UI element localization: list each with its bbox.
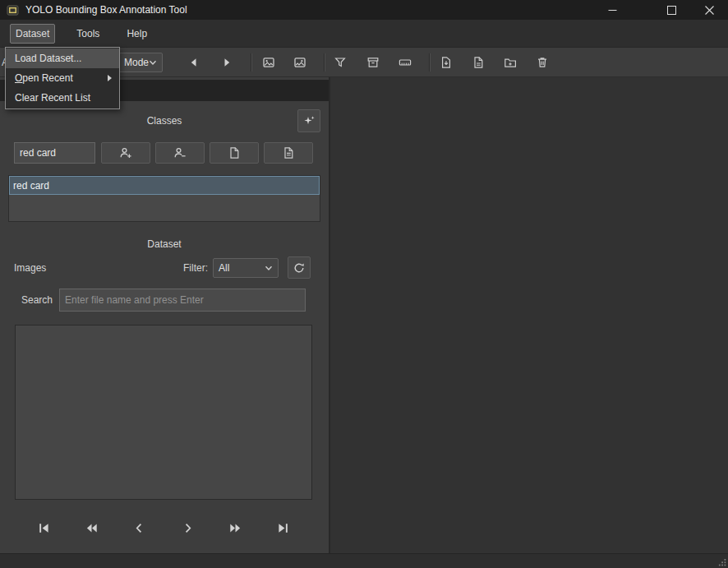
nav-fast-prev-icon (85, 521, 99, 535)
app-window: { "window": { "title": "YOLO Bounding Bo… (0, 0, 728, 568)
class-item-label: red card (13, 180, 49, 192)
window-title: YOLO Bounding Box Annotation Tool (25, 4, 187, 16)
mode-combobox-value: Mode (124, 57, 149, 68)
close-icon (705, 6, 714, 15)
statusbar (0, 553, 728, 568)
minimize-button[interactable] (593, 0, 631, 20)
page-lines-icon (282, 146, 295, 159)
menu-item-label: Clear Recent List (15, 92, 90, 104)
image-tool-button-2[interactable] (290, 53, 310, 72)
fast-next-button[interactable] (223, 515, 248, 540)
filter-tool-button[interactable] (330, 53, 350, 72)
annotation-canvas[interactable] (330, 77, 728, 553)
menu-item-clear-recent[interactable]: Clear Recent List (6, 88, 119, 108)
delete-button[interactable] (532, 53, 552, 72)
refresh-icon (293, 261, 306, 275)
filter-combobox[interactable]: All (213, 258, 279, 278)
menu-help[interactable]: Help (121, 24, 153, 44)
filter-combobox-value: All (219, 262, 229, 274)
class-list-item[interactable]: red card (9, 176, 320, 195)
combo-chevron-icon (265, 264, 273, 272)
menu-item-open-recent[interactable]: Open Recent (6, 68, 119, 88)
image-nav-row (0, 515, 329, 540)
menu-tools[interactable]: Tools (71, 24, 105, 44)
file-import-icon (440, 56, 453, 69)
image-icon (262, 56, 275, 69)
image-list[interactable] (15, 325, 312, 500)
search-label: Search (21, 294, 53, 306)
resize-grip-icon[interactable] (718, 558, 726, 566)
minimize-icon (608, 6, 617, 15)
filter-label: Filter: (183, 262, 208, 274)
trash-icon (536, 56, 549, 69)
open-folder-button[interactable] (500, 53, 520, 72)
filter-row: Images Filter: All (0, 256, 329, 279)
ruler-icon (399, 56, 412, 69)
maximize-button[interactable] (652, 0, 690, 20)
next-button[interactable] (175, 515, 200, 540)
prev-image-button[interactable] (184, 53, 204, 72)
search-input[interactable] (59, 289, 306, 312)
toolbar-separator (251, 53, 251, 72)
maximize-icon (667, 6, 676, 15)
file-icon (472, 56, 485, 69)
images-label: Images (14, 262, 46, 274)
menu-dataset[interactable]: Dataset (10, 24, 55, 44)
save-classes-button[interactable] (264, 142, 313, 164)
close-button[interactable] (690, 0, 728, 20)
load-classes-button[interactable] (210, 142, 259, 164)
nav-prev-icon (132, 521, 146, 535)
person-remove-icon (173, 146, 187, 159)
nav-fast-next-icon (228, 521, 242, 535)
next-arrow-icon (220, 56, 233, 69)
import-file-button[interactable] (436, 53, 456, 72)
classes-title: Classes (147, 115, 182, 127)
nav-next-icon (181, 521, 195, 535)
classes-header: Classes (0, 109, 329, 132)
funnel-icon (334, 56, 347, 69)
last-image-button[interactable] (271, 515, 296, 540)
app-icon (7, 4, 19, 16)
combo-chevron-icon (149, 58, 157, 67)
titlebar: YOLO Bounding Box Annotation Tool (0, 0, 728, 20)
ruler-tool-button[interactable] (395, 53, 415, 72)
file-button[interactable] (468, 53, 488, 72)
prev-arrow-icon (187, 56, 200, 69)
folder-add-icon (504, 56, 517, 69)
person-add-icon (119, 146, 132, 159)
auto-class-button[interactable] (297, 109, 320, 132)
menubar: Dataset Tools Help (0, 20, 728, 47)
mode-combobox[interactable]: Mode (118, 53, 163, 72)
toolbar-separator (324, 53, 325, 72)
search-row: Search (0, 289, 329, 312)
image-icon (293, 56, 306, 69)
class-list[interactable]: red card (8, 175, 320, 222)
remove-class-button[interactable] (155, 142, 205, 164)
nav-first-icon (37, 521, 51, 535)
nav-last-icon (276, 521, 290, 535)
dataset-dropdown-menu: Load Dataset... Open Recent Clear Recent… (5, 47, 120, 109)
first-image-button[interactable] (31, 515, 56, 540)
dataset-title: Dataset (0, 238, 329, 250)
left-panel: Classes (0, 77, 330, 553)
next-image-button[interactable] (217, 53, 237, 72)
add-class-button[interactable] (101, 142, 150, 164)
sparkle-icon (302, 114, 316, 127)
main-area: Classes (0, 77, 728, 553)
menu-item-load-dataset[interactable]: Load Dataset... (6, 48, 119, 68)
class-name-input[interactable] (14, 142, 95, 164)
archive-tool-button[interactable] (363, 53, 383, 72)
menu-item-label: Open Recent (15, 72, 73, 84)
archive-icon (366, 56, 380, 69)
fast-prev-button[interactable] (79, 515, 104, 540)
submenu-arrow-icon (108, 75, 112, 81)
page-icon (228, 146, 241, 159)
toolbar-separator (429, 53, 430, 72)
menu-item-label: Load Dataset... (15, 53, 81, 64)
class-edit-row (14, 142, 329, 164)
refresh-button[interactable] (288, 256, 311, 279)
prev-button[interactable] (127, 515, 152, 540)
image-tool-button-1[interactable] (259, 53, 279, 72)
window-controls (593, 0, 728, 20)
